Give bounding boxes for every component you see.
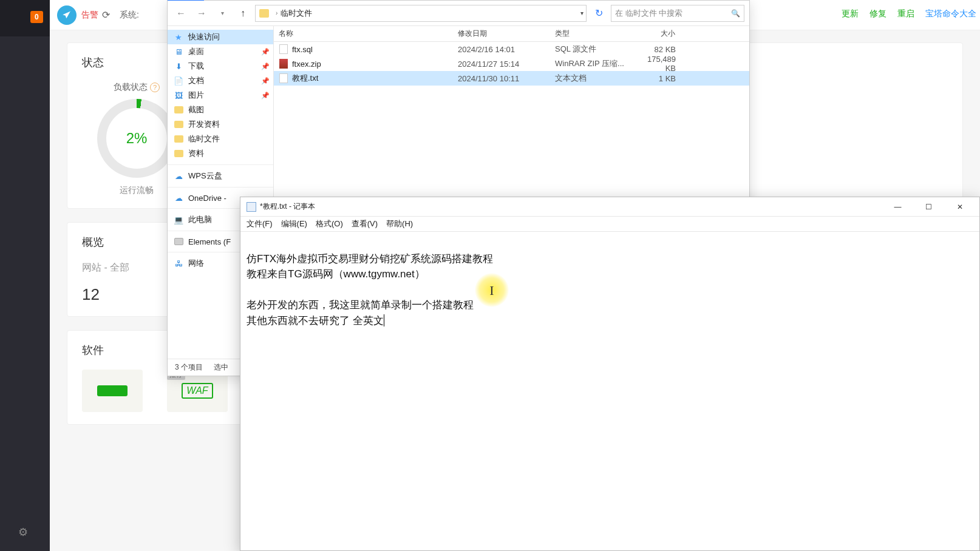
- file-row[interactable]: ftxex.zip 2024/11/27 15:14 WinRAR ZIP 压缩…: [274, 56, 749, 71]
- close-button[interactable]: ✕: [946, 198, 973, 216]
- sidebar-wps[interactable]: ☁ WPS云盘: [168, 169, 273, 183]
- menu-format[interactable]: 格式(O): [316, 218, 343, 229]
- refresh-button[interactable]: ↻: [590, 5, 607, 22]
- window-active-tab-indicator: [168, 0, 204, 1]
- picture-icon: 🖼: [174, 90, 183, 100]
- folder-icon: [174, 150, 183, 157]
- sidebar-dev[interactable]: 开发资料: [168, 117, 273, 132]
- pin-icon[interactable]: 📌: [261, 48, 270, 56]
- link-update[interactable]: 更新: [842, 8, 859, 19]
- status-selected: 选中: [214, 362, 228, 373]
- load-gauge: 2%: [97, 99, 176, 178]
- notepad-window[interactable]: *教程.txt - 记事本 — ☐ ✕ 文件(F) 编辑(E) 格式(O) 查看…: [240, 197, 980, 551]
- cloud-icon: ☁: [174, 171, 183, 181]
- alert-label[interactable]: 告警: [81, 10, 98, 21]
- chevron-right-icon: ›: [276, 10, 277, 16]
- folder-icon: [174, 121, 183, 128]
- cloud-icon: ☁: [174, 193, 183, 203]
- notepad-icon: [247, 202, 256, 212]
- breadcrumb[interactable]: 临时文件: [281, 8, 312, 19]
- network-icon: 🖧: [174, 259, 183, 268]
- sidebar-pictures[interactable]: 🖼 图片📌: [168, 88, 273, 103]
- load-sub: 运行流畅: [120, 185, 154, 196]
- menu-file[interactable]: 文件(F): [247, 218, 273, 229]
- menu-edit[interactable]: 编辑(E): [281, 218, 307, 229]
- search-icon[interactable]: 🔍: [731, 9, 740, 18]
- app-left-sidebar: 0 ⚙: [0, 0, 50, 551]
- sidebar-data[interactable]: 资料: [168, 146, 273, 161]
- txt-file-icon: [279, 73, 288, 83]
- notification-badge[interactable]: 0: [30, 11, 43, 23]
- chevron-down-icon[interactable]: ▾: [580, 10, 584, 16]
- notepad-textarea[interactable]: 仿FTX海外虚拟币交易理财分销挖矿系统源码搭建教程 教程来自TG源码网（www.…: [240, 232, 979, 547]
- col-type[interactable]: 类型: [550, 26, 632, 41]
- column-headers[interactable]: 名称 修改日期 类型 大小: [274, 26, 749, 42]
- search-placeholder: 在 临时文件 中搜索: [615, 8, 682, 19]
- green-bar-icon: [97, 385, 128, 396]
- menu-help[interactable]: 帮助(H): [386, 218, 413, 229]
- telegram-icon[interactable]: [57, 5, 77, 25]
- top-links: 更新 修复 重启 宝塔命令大全: [842, 8, 976, 19]
- pin-icon[interactable]: 📌: [261, 63, 270, 70]
- link-repair[interactable]: 修复: [869, 8, 886, 19]
- notepad-title: *教程.txt - 记事本: [260, 201, 880, 212]
- maximize-button[interactable]: ☐: [915, 198, 942, 216]
- download-icon: ⬇: [174, 61, 183, 71]
- minimize-button[interactable]: —: [884, 198, 911, 216]
- sidebar-desktop[interactable]: 🖥 桌面📌: [168, 44, 273, 59]
- col-name[interactable]: 名称: [274, 26, 453, 41]
- load-label: 负载状态 ?: [114, 82, 160, 93]
- text-cursor-icon: [384, 314, 384, 326]
- nav-back-icon[interactable]: ←: [172, 5, 189, 22]
- nav-recent-icon[interactable]: ▾: [214, 5, 231, 22]
- notepad-titlebar[interactable]: *教程.txt - 记事本 — ☐ ✕: [240, 197, 979, 217]
- link-bt-cmd[interactable]: 宝塔命令大全: [925, 8, 976, 19]
- menu-view[interactable]: 查看(V): [352, 218, 378, 229]
- sidebar-temp[interactable]: 临时文件: [168, 132, 273, 146]
- folder-icon: [259, 9, 269, 18]
- nav-forward-icon: →: [193, 5, 210, 22]
- status-item-count: 3 个项目: [175, 362, 203, 373]
- settings-icon[interactable]: ⚙: [18, 526, 28, 539]
- zip-file-icon: [279, 59, 288, 69]
- sidebar-screenshots[interactable]: 截图: [168, 103, 273, 117]
- sidebar-downloads[interactable]: ⬇ 下载📌: [168, 59, 273, 73]
- document-icon: 📄: [174, 76, 183, 86]
- pc-icon: 💻: [174, 215, 183, 225]
- col-size[interactable]: 大小: [632, 26, 681, 41]
- address-bar[interactable]: › 临时文件 ▾: [255, 5, 587, 22]
- star-icon: ★: [174, 32, 183, 42]
- sidebar-documents[interactable]: 📄 文档📌: [168, 73, 273, 88]
- pin-icon[interactable]: 📌: [261, 77, 270, 85]
- search-input[interactable]: 在 临时文件 中搜索 🔍: [611, 5, 744, 22]
- system-label: 系统:: [120, 10, 139, 21]
- disk-icon: [174, 238, 183, 245]
- nav-up-icon[interactable]: ↑: [234, 5, 251, 22]
- load-percent: 2%: [126, 130, 148, 147]
- desktop-icon: 🖥: [174, 47, 183, 56]
- folder-icon: [174, 106, 183, 113]
- link-restart[interactable]: 重启: [897, 8, 914, 19]
- software-item-1[interactable]: [82, 370, 143, 412]
- pin-icon[interactable]: 📌: [261, 92, 270, 100]
- sidebar-quick-access[interactable]: ★ 快速访问: [168, 30, 273, 44]
- sql-file-icon: [279, 44, 288, 54]
- waf-icon: WAF: [182, 383, 213, 399]
- refresh-icon[interactable]: ⟳: [102, 9, 110, 21]
- notepad-menu: 文件(F) 编辑(E) 格式(O) 查看(V) 帮助(H): [240, 217, 979, 232]
- file-row[interactable]: 教程.txt 2024/11/30 10:11 文本文档 1 KB: [274, 71, 749, 86]
- col-date[interactable]: 修改日期: [453, 26, 550, 41]
- help-icon[interactable]: ?: [150, 83, 160, 92]
- click-highlight-icon: [475, 273, 509, 307]
- ibeam-cursor-icon: I: [489, 280, 494, 300]
- explorer-toolbar: ← → ▾ ↑ › 临时文件 ▾ ↻ 在 临时文件 中搜索 🔍: [168, 1, 749, 26]
- folder-icon: [174, 135, 183, 143]
